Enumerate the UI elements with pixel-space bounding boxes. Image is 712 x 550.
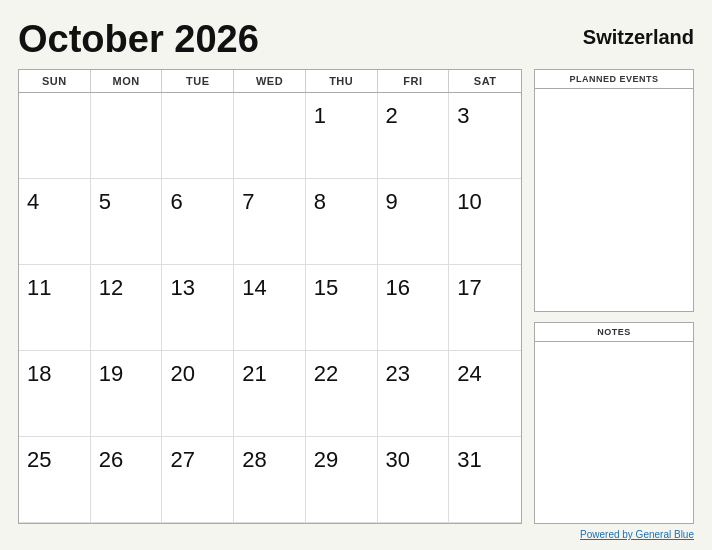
header: October 2026 Switzerland	[18, 18, 694, 61]
calendar-cell	[19, 93, 91, 179]
notes-label: NOTES	[535, 323, 693, 342]
calendar-cell: 25	[19, 437, 91, 523]
day-number: 30	[386, 447, 410, 473]
calendar-cell: 24	[449, 351, 521, 437]
calendar-cell	[162, 93, 234, 179]
day-number: 14	[242, 275, 266, 301]
day-number: 1	[314, 103, 326, 129]
day-number: 13	[170, 275, 194, 301]
calendar-cell	[234, 93, 306, 179]
day-number: 12	[99, 275, 123, 301]
calendar: SUNMONTUEWEDTHUFRISAT 123456789101112131…	[18, 69, 522, 524]
calendar-cell: 13	[162, 265, 234, 351]
day-number: 6	[170, 189, 182, 215]
day-name-sat: SAT	[449, 70, 521, 92]
planned-events-content	[535, 89, 693, 311]
calendar-cell: 12	[91, 265, 163, 351]
day-number: 16	[386, 275, 410, 301]
day-number: 9	[386, 189, 398, 215]
calendar-cell: 11	[19, 265, 91, 351]
calendar-cell: 4	[19, 179, 91, 265]
day-number: 26	[99, 447, 123, 473]
calendar-cell: 8	[306, 179, 378, 265]
calendar-cell: 5	[91, 179, 163, 265]
day-number: 22	[314, 361, 338, 387]
calendar-cell: 20	[162, 351, 234, 437]
calendar-cell: 19	[91, 351, 163, 437]
day-number: 24	[457, 361, 481, 387]
day-number: 23	[386, 361, 410, 387]
day-number: 18	[27, 361, 51, 387]
calendar-cell: 18	[19, 351, 91, 437]
month-year-title: October 2026	[18, 18, 259, 61]
day-number: 28	[242, 447, 266, 473]
day-number: 2	[386, 103, 398, 129]
notes-content	[535, 342, 693, 523]
day-number: 17	[457, 275, 481, 301]
day-number: 21	[242, 361, 266, 387]
calendar-cell: 9	[378, 179, 450, 265]
main-content: SUNMONTUEWEDTHUFRISAT 123456789101112131…	[18, 69, 694, 524]
calendar-cell	[91, 93, 163, 179]
calendar-cell: 23	[378, 351, 450, 437]
calendar-cell: 3	[449, 93, 521, 179]
planned-events-label: PLANNED EVENTS	[535, 70, 693, 89]
calendar-cell: 31	[449, 437, 521, 523]
day-number: 29	[314, 447, 338, 473]
footer: Powered by General Blue	[18, 529, 694, 540]
day-name-sun: SUN	[19, 70, 91, 92]
day-number: 8	[314, 189, 326, 215]
day-number: 15	[314, 275, 338, 301]
country-title: Switzerland	[583, 26, 694, 49]
calendar-cell: 2	[378, 93, 450, 179]
calendar-cell: 26	[91, 437, 163, 523]
calendar-cell: 22	[306, 351, 378, 437]
day-name-thu: THU	[306, 70, 378, 92]
day-number: 19	[99, 361, 123, 387]
day-number: 25	[27, 447, 51, 473]
calendar-cell: 21	[234, 351, 306, 437]
day-name-tue: TUE	[162, 70, 234, 92]
day-number: 10	[457, 189, 481, 215]
calendar-cell: 15	[306, 265, 378, 351]
powered-by-link[interactable]: Powered by General Blue	[580, 529, 694, 540]
calendar-cell: 29	[306, 437, 378, 523]
day-number: 4	[27, 189, 39, 215]
calendar-grid: 1234567891011121314151617181920212223242…	[19, 93, 521, 523]
calendar-cell: 17	[449, 265, 521, 351]
day-number: 27	[170, 447, 194, 473]
calendar-cell: 28	[234, 437, 306, 523]
planned-events-box: PLANNED EVENTS	[534, 69, 694, 312]
calendar-cell: 7	[234, 179, 306, 265]
day-name-mon: MON	[91, 70, 163, 92]
day-number: 3	[457, 103, 469, 129]
calendar-cell: 1	[306, 93, 378, 179]
calendar-cell: 14	[234, 265, 306, 351]
day-number: 31	[457, 447, 481, 473]
calendar-cell: 10	[449, 179, 521, 265]
day-number: 20	[170, 361, 194, 387]
days-header: SUNMONTUEWEDTHUFRISAT	[19, 70, 521, 93]
notes-box: NOTES	[534, 322, 694, 524]
day-number: 11	[27, 275, 51, 301]
calendar-cell: 27	[162, 437, 234, 523]
day-number: 7	[242, 189, 254, 215]
calendar-cell: 6	[162, 179, 234, 265]
right-panel: PLANNED EVENTS NOTES	[534, 69, 694, 524]
calendar-cell: 16	[378, 265, 450, 351]
day-name-wed: WED	[234, 70, 306, 92]
calendar-cell: 30	[378, 437, 450, 523]
day-number: 5	[99, 189, 111, 215]
day-name-fri: FRI	[378, 70, 450, 92]
